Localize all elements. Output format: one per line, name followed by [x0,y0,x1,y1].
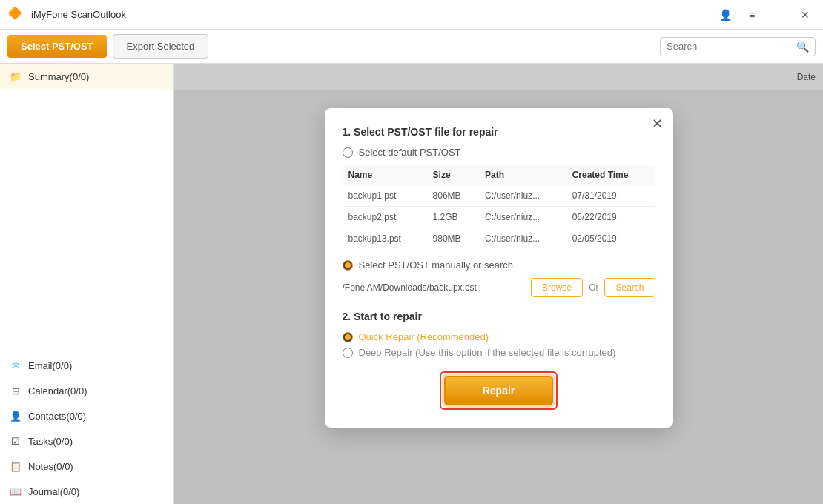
tasks-icon: ☑ [9,434,22,448]
cell-created: 06/22/2019 [566,206,655,228]
sidebar-item-tasks[interactable]: ☑ Tasks(0/0) [0,428,173,454]
search-input[interactable] [667,41,796,52]
dialog-close-button[interactable]: ✕ [652,117,663,130]
select-manual-radio-row[interactable]: Select PST/OST manually or search [343,259,655,271]
calendar-icon: ⊞ [9,384,22,397]
sidebar-item-summary[interactable]: 📁 Summary(0/0) [0,64,173,89]
tasks-label: Tasks(0/0) [28,436,73,447]
contacts-icon: 👤 [9,409,22,422]
cell-path: C:/user/niuz... [479,185,566,206]
quick-repair-radio[interactable] [343,331,353,342]
table-row[interactable]: backup1.pst 806MB C:/user/niuz... 07/31/… [343,185,655,206]
cell-size: 980MB [427,228,480,249]
select-default-radio-row[interactable]: Select default PST/OST [343,147,655,158]
repair-btn-wrapper: Repair [343,371,655,410]
minimize-button[interactable]: — [768,4,789,25]
repair-button[interactable]: Repair [444,376,554,405]
email-icon [9,359,22,372]
repair-options: Quick Repair (Recommended) Deep Repair (… [343,331,655,358]
journal-icon: 📖 [9,485,22,498]
cell-size: 806MB [427,185,480,206]
repair-dialog: ✕ 1. Select PST/OST file for repair Sele… [325,108,673,428]
toolbar: Select PST/OST Export Selected 🔍 [0,30,823,64]
file-table: Name Size Path Created Time backup1.pst … [343,165,655,249]
select-pst-button[interactable]: Select PST/OST [7,35,107,58]
col-name: Name [343,165,427,185]
summary-label: Summary(0/0) [28,71,89,82]
sidebar-item-contacts[interactable]: 👤 Contacts(0/0) [0,403,173,428]
notes-label: Notes(0/0) [28,461,73,472]
col-path: Path [479,165,566,185]
contacts-label: Contacts(0/0) [28,411,86,422]
deep-repair-radio[interactable] [343,347,353,357]
cell-path: C:/user/niuz... [479,206,566,228]
select-manual-radio[interactable] [343,259,353,270]
user-icon-button[interactable]: 👤 [715,4,736,25]
select-default-label: Select default PST/OST [359,147,461,158]
sidebar-item-journal[interactable]: 📖 Journal(0/0) [0,479,173,504]
email-label: Email(0/0) [28,360,72,371]
notes-icon: 📋 [9,460,22,473]
select-default-radio[interactable] [343,147,353,157]
sidebar-item-calendar[interactable]: ⊞ Calendar(0/0) [0,378,173,403]
title-bar: 🔶 iMyFone ScanOutlook 👤 ≡ — ✕ [0,0,823,30]
journal-label: Journal(0/0) [28,486,79,497]
cell-created: 07/31/2019 [566,185,655,206]
folder-icon: 📁 [9,70,22,83]
col-created: Created Time [566,165,655,185]
app-title: iMyFone ScanOutlook [31,9,715,20]
content-area: Date ✕ 1. Select PST/OST file for repair… [174,64,823,504]
close-button[interactable]: ✕ [795,4,816,25]
cell-name: backup13.pst [343,228,427,249]
menu-icon-button[interactable]: ≡ [741,4,762,25]
search-icon: 🔍 [796,41,809,53]
section2-title: 2. Start to repair [343,311,655,322]
deep-repair-label: Deep Repair (Use this option if the sele… [359,347,616,358]
main-layout: 📁 Summary(0/0) Email(0/0) ⊞ Calendar(0/0… [0,64,823,504]
export-selected-button[interactable]: Export Selected [113,34,209,59]
repair-highlight: Repair [440,371,558,410]
deep-repair-radio-row[interactable]: Deep Repair (Use this option if the sele… [343,347,655,358]
table-row[interactable]: backup13.pst 980MB C:/user/niuz... 02/05… [343,228,655,249]
quick-repair-label: Quick Repair (Recommended) [359,331,489,342]
file-path-row: /Fone AM/Downloads/backupx.pst Browse Or… [343,278,655,297]
calendar-label: Calendar(0/0) [28,385,87,397]
quick-repair-radio-row[interactable]: Quick Repair (Recommended) [343,331,655,342]
col-size: Size [427,165,480,185]
sidebar: 📁 Summary(0/0) Email(0/0) ⊞ Calendar(0/0… [0,64,174,504]
app-logo: 🔶 [7,6,25,24]
section1-title: 1. Select PST/OST file for repair [343,126,655,138]
file-path-text: /Fone AM/Downloads/backupx.pst [343,282,526,293]
cell-name: backup1.pst [343,185,427,206]
search-box: 🔍 [660,37,816,56]
sidebar-item-email[interactable]: Email(0/0) [0,353,173,378]
table-row[interactable]: backup2.pst 1.2GB C:/user/niuz... 06/22/… [343,206,655,228]
or-text: Or [589,282,598,293]
sidebar-item-notes[interactable]: 📋 Notes(0/0) [0,454,173,479]
cell-size: 1.2GB [427,206,480,228]
search-button[interactable]: Search [604,278,655,297]
browse-button[interactable]: Browse [531,278,583,297]
cell-path: C:/user/niuz... [479,228,566,249]
cell-created: 02/05/2019 [566,228,655,249]
select-manual-label: Select PST/OST manually or search [359,259,514,271]
cell-name: backup2.pst [343,206,427,228]
